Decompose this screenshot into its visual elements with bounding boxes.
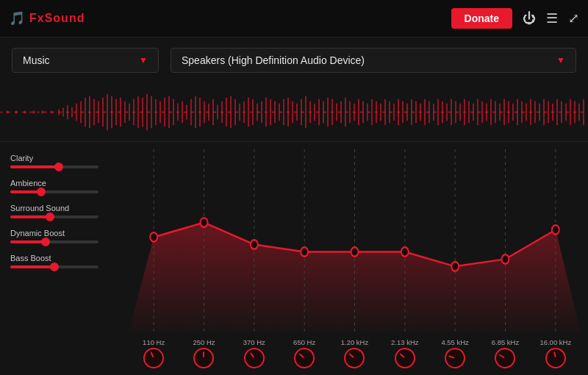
slider-row-3: Dynamic Boost [10,229,111,243]
svg-point-122 [15,111,18,114]
eq-point-5[interactable] [401,247,409,256]
left-panel: ClarityAmbienceSurround SoundDynamic Boo… [0,142,121,375]
eq-knob-2[interactable] [240,343,268,372]
slider-track-3[interactable] [10,240,98,243]
eq-area: 110 Hz250 Hz370 Hz650 Hz1.20 kHz2.13 kHz… [121,142,588,375]
svg-point-124 [32,111,35,114]
main-content: ClarityAmbienceSurround SoundDynamic Boo… [0,142,588,375]
eq-band-1: 250 Hz [179,338,229,368]
logo-text: FxSound [29,12,85,25]
eq-knob-6[interactable] [442,345,467,371]
slider-track-4[interactable] [10,265,98,268]
eq-knob-1[interactable] [193,348,214,368]
slider-label-3: Dynamic Boost [10,229,111,238]
slider-fill-2 [10,215,50,218]
slider-thumb-4[interactable] [50,262,59,271]
device-value: Speakers (High Definition Audio Device) [182,54,365,66]
slider-fill-4 [10,265,54,268]
slider-thumb-0[interactable] [54,162,63,171]
eq-knob-5[interactable] [390,343,420,373]
slider-row-4: Bass Boost [10,254,111,268]
slider-thumb-2[interactable] [46,213,54,221]
eq-svg [129,149,581,332]
eq-band-6: 4.55 kHz [430,338,480,368]
eq-point-2[interactable] [251,240,258,249]
eq-knob-7[interactable] [491,344,519,372]
eq-knob-4[interactable] [340,343,370,373]
eq-band-5: 2.13 kHz [380,338,430,368]
slider-fill-3 [10,240,46,243]
slider-thumb-1[interactable] [37,188,46,196]
logo-area: 🎵 FxSound [9,10,85,26]
minimize-icon[interactable]: ⤢ [568,10,579,26]
header: 🎵 FxSound Donate ⏻ ☰ ⤢ [0,0,588,38]
eq-freq-label-6: 4.55 kHz [441,338,469,346]
eq-knob-0[interactable] [140,345,168,372]
eq-band-4: 1.20 kHz [329,338,379,368]
eq-bands-row: 110 Hz250 Hz370 Hz650 Hz1.20 kHz2.13 kHz… [129,335,581,375]
slider-row-0: Clarity [10,154,111,168]
waveform-svg [0,83,588,141]
slider-track-0[interactable] [10,165,98,168]
donate-button[interactable]: Donate [451,8,512,29]
eq-band-8: 16.00 kHz [531,338,581,368]
preset-value: Music [23,54,50,66]
eq-knob-8[interactable] [543,346,567,370]
slider-track-1[interactable] [10,190,98,193]
slider-fill-0 [10,165,59,168]
eq-freq-label-7: 6.85 kHz [492,338,520,346]
device-dropdown[interactable]: Speakers (High Definition Audio Device) … [171,48,576,73]
slider-row-2: Surround Sound [10,204,111,218]
eq-freq-label-5: 2.13 kHz [391,338,419,346]
eq-freq-label-4: 1.20 kHz [341,338,369,346]
preset-dropdown[interactable]: Music ▼ [12,48,159,73]
slider-row-1: Ambience [10,179,111,193]
dropdowns-row: Music ▼ Speakers (High Definition Audio … [0,38,588,83]
header-controls: Donate ⏻ ☰ ⤢ [451,8,579,29]
eq-freq-label-2: 370 Hz [243,338,265,346]
slider-label-0: Clarity [10,154,111,162]
eq-point-8[interactable] [552,225,559,234]
eq-point-6[interactable] [451,262,459,271]
eq-freq-label-8: 16.00 kHz [539,338,571,346]
eq-point-3[interactable] [301,247,308,256]
svg-point-126 [50,111,53,114]
eq-band-0: 110 Hz [129,338,179,368]
power-icon[interactable]: ⏻ [523,11,536,26]
eq-band-2: 370 Hz [229,338,279,368]
slider-track-2[interactable] [10,215,98,218]
eq-band-3: 650 Hz [279,338,329,368]
menu-icon[interactable]: ☰ [546,10,558,26]
eq-knob-3[interactable] [290,343,319,373]
svg-point-121 [6,111,9,114]
eq-freq-label-1: 250 Hz [193,338,215,346]
eq-freq-label-0: 110 Hz [143,338,165,346]
eq-band-7: 6.85 kHz [480,338,530,368]
preset-arrow-icon: ▼ [139,55,148,65]
eq-point-0[interactable] [150,232,157,241]
svg-point-123 [24,111,26,114]
eq-freq-label-3: 650 Hz [293,338,315,346]
logo-icon: 🎵 [9,10,25,26]
eq-point-1[interactable] [201,218,208,226]
svg-point-125 [41,111,44,114]
slider-label-2: Surround Sound [10,204,111,213]
slider-thumb-3[interactable] [41,238,50,246]
eq-point-7[interactable] [502,254,509,263]
eq-point-4[interactable] [351,247,359,256]
waveform-area [0,83,588,142]
slider-label-1: Ambience [10,179,111,188]
device-arrow-icon: ▼ [556,55,565,65]
slider-label-4: Bass Boost [10,254,111,262]
